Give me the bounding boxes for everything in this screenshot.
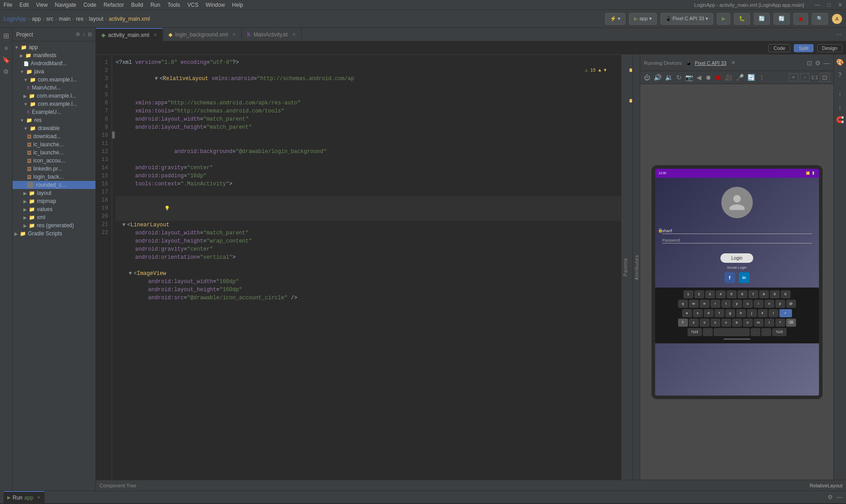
gear-icon[interactable]: ⚙	[76, 32, 80, 37]
code-text[interactable]: <?xml version="1.0" encoding="utf-8"?> ▼…	[112, 55, 633, 480]
key-123b[interactable]: ?123	[772, 328, 787, 336]
menu-window[interactable]: Window	[206, 2, 225, 8]
home-icon[interactable]: ⏺	[705, 74, 711, 81]
run-tab-close[interactable]: ✕	[37, 495, 41, 500]
key-space[interactable]	[714, 328, 750, 336]
linkedin-button[interactable]: in	[739, 272, 750, 283]
tree-rounded[interactable]: rounded_c...	[13, 181, 95, 189]
device-login-button[interactable]: Login	[720, 253, 753, 263]
key-0[interactable]: 0	[781, 290, 791, 298]
key-123[interactable]: ?123	[688, 328, 702, 336]
tab-login-bg[interactable]: ◆ login_background.xml ✕	[163, 28, 242, 41]
menu-build[interactable]: Build	[131, 2, 143, 8]
sync-button[interactable]: 🔄	[754, 13, 770, 25]
bc-layout[interactable]: layout	[89, 16, 103, 22]
key-period[interactable]: .	[751, 328, 760, 336]
tab-mainactivity[interactable]: K MainActivity.kt ✕	[242, 28, 302, 41]
bookmarks-icon[interactable]: 🔖	[2, 56, 10, 63]
key-n[interactable]: n	[743, 319, 753, 327]
key-x[interactable]: x	[700, 319, 710, 327]
key-1[interactable]: 1	[683, 290, 693, 298]
collapse-device-icon[interactable]: —	[823, 59, 830, 67]
tree-iclauncher1[interactable]: 🖼 ic_launche...	[13, 140, 95, 148]
more-icon[interactable]: ⋮	[759, 74, 765, 81]
search-button[interactable]: 🔍	[812, 13, 828, 25]
mic-icon[interactable]: 🎤	[736, 74, 744, 81]
menu-file[interactable]: File	[4, 2, 12, 8]
fit-icon[interactable]: ⊡	[820, 73, 830, 82]
sync2-button[interactable]: 🔄	[774, 13, 790, 25]
bc-app[interactable]: app	[32, 16, 41, 22]
key-7[interactable]: 7	[748, 290, 758, 298]
tab-activity-main[interactable]: ◆ activity_main.xml ✕	[96, 28, 163, 41]
code-editor[interactable]: 12345 678910 1112131415 1617181920 2122 …	[96, 55, 633, 480]
key-i[interactable]: i	[754, 300, 764, 308]
running-device-name[interactable]: Pixel C API 33	[695, 60, 726, 66]
menu-code[interactable]: Code	[83, 2, 96, 8]
tree-gradle[interactable]: ▶ 📁 Gradle Scripts	[13, 230, 95, 238]
minimize-btn[interactable]: —	[815, 2, 820, 8]
key-c[interactable]: c	[710, 319, 720, 327]
tree-linkedin[interactable]: 🖼 linkedin.pr...	[13, 165, 95, 173]
tree-values[interactable]: ▶ 📁 values	[13, 205, 95, 213]
tab-close-mainactivity[interactable]: ✕	[292, 32, 296, 37]
key-a[interactable]: a	[682, 309, 692, 317]
tree-mainactivity[interactable]: K MainActivi...	[13, 84, 95, 92]
tree-iclauncher2[interactable]: 🖼 ic_launche...	[13, 148, 95, 157]
tree-com1[interactable]: ▼ 📁 com.example.l...	[13, 76, 95, 84]
key-m[interactable]: m	[754, 319, 764, 327]
key-at[interactable]: @	[786, 300, 796, 308]
profile-button[interactable]: A	[832, 14, 842, 24]
stop-device-icon[interactable]: ⏹	[715, 74, 721, 81]
camera-icon[interactable]: 🎥	[725, 74, 733, 81]
facebook-button[interactable]: f	[724, 272, 735, 283]
zoom-out-icon[interactable]: −	[800, 73, 810, 81]
bc-main[interactable]: main	[59, 16, 71, 22]
bottom-collapse-icon[interactable]: —	[837, 494, 842, 500]
maximize-btn[interactable]: □	[828, 2, 831, 8]
attributes-panel[interactable]: Attributes	[633, 55, 640, 480]
tree-iconaccount[interactable]: 🖼 icon_accou...	[13, 157, 95, 165]
key-h[interactable]: h	[736, 309, 746, 317]
key-5[interactable]: 5	[727, 290, 737, 298]
tree-layout[interactable]: ▶ 📁 layout	[13, 189, 95, 197]
zoom-in-icon[interactable]: +	[789, 73, 798, 81]
tree-app[interactable]: ▼ 📁 app	[13, 43, 95, 51]
key-l2[interactable]: l	[765, 319, 774, 327]
design-icon[interactable]: 🎨	[836, 58, 844, 66]
magnet-icon[interactable]: 🧲	[836, 116, 844, 123]
bc-src[interactable]: src	[46, 16, 54, 22]
scrollbar[interactable]	[629, 55, 633, 480]
volume-up-icon[interactable]: 🔊	[654, 74, 661, 81]
bc-project[interactable]: LoginApp	[4, 16, 27, 22]
key-p[interactable]: p	[775, 300, 785, 308]
project-icon[interactable]: ⊞	[3, 32, 9, 40]
key-b[interactable]: b	[732, 319, 742, 327]
key-u[interactable]: u	[743, 300, 753, 308]
close-device-icon[interactable]: ✕	[731, 60, 735, 66]
key-2[interactable]: 2	[694, 290, 704, 298]
git-button[interactable]: ⚡ ▾	[605, 13, 625, 25]
close-btn[interactable]: ✕	[838, 2, 842, 8]
key-enter[interactable]: ✓	[779, 309, 792, 317]
tree-xml[interactable]: ▶ 📁 xml	[13, 213, 95, 221]
arrow-down-icon[interactable]: ↓	[838, 104, 841, 111]
screenshot-icon[interactable]: 📷	[685, 74, 693, 81]
key-j[interactable]: j	[747, 309, 757, 317]
menu-view[interactable]: View	[36, 2, 48, 8]
key-r[interactable]: r	[710, 300, 720, 308]
key-8[interactable]: 8	[759, 290, 769, 298]
device-username-field[interactable]: sharif	[662, 227, 812, 234]
debug-button[interactable]: 🐛	[734, 13, 750, 25]
tree-loginbg[interactable]: 🖼 login_back...	[13, 173, 95, 181]
bc-res[interactable]: res	[76, 16, 84, 22]
menu-edit[interactable]: Edit	[19, 2, 29, 8]
key-s[interactable]: s	[693, 309, 703, 317]
menu-run[interactable]: Run	[150, 2, 160, 8]
run-button[interactable]: ▶	[717, 13, 730, 25]
key-y[interactable]: y	[732, 300, 742, 308]
tree-androidmanifest[interactable]: 📄 AndroidManif...	[13, 59, 95, 68]
app-config-button[interactable]: ▶ app ▾	[629, 13, 656, 25]
key-question[interactable]: ?	[775, 319, 785, 327]
tree-manifests[interactable]: ▶ 📁 manifests	[13, 51, 95, 59]
